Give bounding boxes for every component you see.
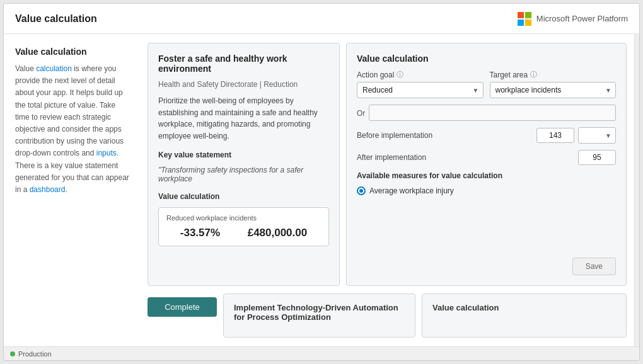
key-value-statement: "Transforming safety inspections for a s… bbox=[158, 166, 329, 183]
dashboard-link[interactable]: dashboard bbox=[30, 185, 66, 194]
complete-btn-area: Complete bbox=[148, 293, 217, 317]
page-title: Value calculation bbox=[15, 13, 97, 25]
complete-button[interactable]: Complete bbox=[148, 297, 217, 317]
action-target-row: Action goal ⓘ Reduced ▼ bbox=[357, 70, 616, 98]
or-input[interactable] bbox=[369, 105, 616, 121]
target-area-group: Target area ⓘ workplace incidents ▼ bbox=[490, 70, 617, 98]
target-area-label: Target area ⓘ bbox=[490, 70, 617, 79]
before-impl-row: Before implementation 143 ▼ bbox=[357, 127, 616, 144]
value-calc-box: Reduced workplace incidents -33.57% £480… bbox=[158, 207, 329, 246]
percentage-value: -33.57% bbox=[180, 227, 220, 239]
right-card-title: Value calculation bbox=[357, 54, 616, 64]
left-panel-description: Value calculation is where you provide t… bbox=[15, 63, 131, 196]
radio-label: Average workplace injury bbox=[369, 186, 454, 195]
before-impl-select-wrapper: ▼ bbox=[578, 127, 616, 144]
available-measures-title: Available measures for value calculation bbox=[357, 171, 616, 180]
value-calc-section-label: Value calculation bbox=[158, 192, 329, 201]
action-goal-label: Action goal ⓘ bbox=[357, 70, 484, 79]
or-label: Or bbox=[357, 109, 365, 118]
production-status-dot bbox=[10, 351, 15, 356]
header: Value calculation Microsoft Power Platfo… bbox=[4, 4, 639, 34]
value-calc-sublabel: Reduced workplace incidents bbox=[166, 214, 321, 222]
target-area-info-icon[interactable]: ⓘ bbox=[530, 70, 537, 79]
center-area: Foster a safe and healthy work environme… bbox=[142, 34, 634, 346]
left-panel-title: Value calculation bbox=[15, 47, 131, 57]
calculation-link[interactable]: calculation bbox=[36, 64, 72, 73]
bottom-right-card-title: Value calculation bbox=[432, 303, 616, 312]
currency-value: £480,000.00 bbox=[248, 227, 308, 239]
action-goal-info-icon[interactable]: ⓘ bbox=[397, 70, 403, 79]
bottom-row: Complete Implement Technology-Driven Aut… bbox=[148, 293, 627, 338]
after-impl-value[interactable]: 95 bbox=[578, 150, 616, 165]
objective-description: Prioritize the well-being of employees b… bbox=[158, 95, 329, 142]
main-content: Value calculation Value calculation is w… bbox=[4, 34, 639, 346]
target-area-select-wrapper: workplace incidents ▼ bbox=[490, 82, 617, 98]
action-goal-group: Action goal ⓘ Reduced ▼ bbox=[357, 70, 484, 98]
bottom-right-card: Value calculation bbox=[422, 293, 627, 338]
bottom-left-card: Implement Technology-Driven Automation f… bbox=[223, 293, 415, 338]
footer-bar: Production bbox=[4, 346, 639, 360]
value-calculation-card: Value calculation Action goal ⓘ Reduced bbox=[346, 43, 627, 286]
radio-button[interactable] bbox=[357, 186, 366, 195]
ms-logo-icon bbox=[518, 12, 531, 26]
action-goal-select[interactable]: Reduced bbox=[357, 82, 484, 98]
ms-platform-label: Microsoft Power Platform bbox=[536, 14, 628, 23]
scrollbar[interactable] bbox=[634, 34, 639, 346]
main-objective-card: Foster a safe and healthy work environme… bbox=[148, 43, 340, 286]
action-goal-select-wrapper: Reduced ▼ bbox=[357, 82, 484, 98]
app-frame: Value calculation Microsoft Power Platfo… bbox=[3, 3, 640, 361]
left-panel: Value calculation Value calculation is w… bbox=[4, 34, 142, 346]
radio-row[interactable]: Average workplace injury bbox=[357, 186, 616, 195]
before-impl-value[interactable]: 143 bbox=[536, 128, 574, 143]
key-value-label: Key value statement bbox=[158, 151, 329, 159]
footer-env-label: Production bbox=[18, 350, 52, 358]
ms-logo-area: Microsoft Power Platform bbox=[518, 12, 628, 26]
objective-subtitle: Health and Safety Directorate | Reductio… bbox=[158, 80, 329, 89]
before-impl-select[interactable] bbox=[578, 127, 616, 144]
value-calc-numbers: -33.57% £480,000.00 bbox=[166, 227, 321, 239]
before-impl-label: Before implementation bbox=[357, 131, 432, 140]
inputs-link[interactable]: inputs bbox=[96, 149, 117, 157]
bottom-left-card-title: Implement Technology-Driven Automation f… bbox=[234, 303, 405, 322]
after-impl-label: After implementation bbox=[357, 153, 426, 162]
target-area-select[interactable]: workplace incidents bbox=[490, 82, 617, 98]
save-button[interactable]: Save bbox=[572, 258, 616, 275]
after-impl-row: After implementation 95 bbox=[357, 150, 616, 165]
or-row: Or bbox=[357, 105, 616, 121]
top-cards-row: Foster a safe and healthy work environme… bbox=[148, 43, 627, 286]
objective-title: Foster a safe and healthy work environme… bbox=[158, 54, 329, 74]
